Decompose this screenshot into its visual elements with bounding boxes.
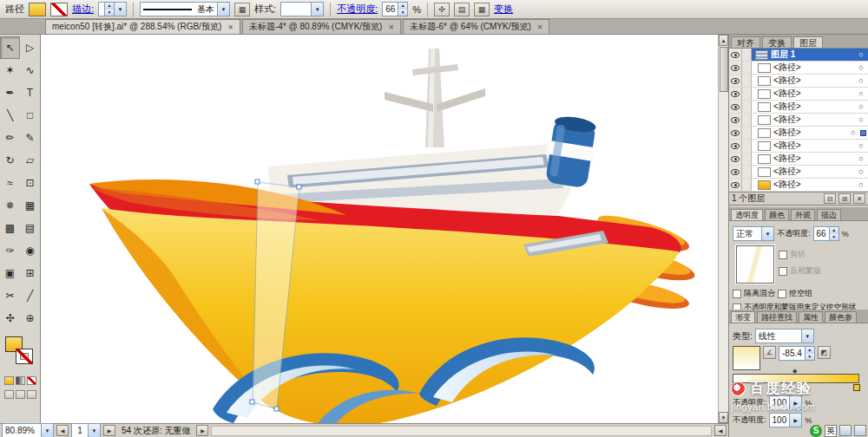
gradient-midpoint-icon[interactable]: ◆ xyxy=(792,368,797,375)
panel-opacity-combo[interactable]: 66 ▲▼ xyxy=(813,226,839,241)
target-icon[interactable]: ○ xyxy=(846,128,860,137)
path-row-selected[interactable]: <路径> ○ xyxy=(729,127,868,140)
path-row[interactable]: <路径> ○ xyxy=(729,62,868,75)
tab-align[interactable]: 对齐 xyxy=(731,36,760,48)
lock-toggle[interactable] xyxy=(742,62,752,74)
tab-pathfinder[interactable]: 路径查找 xyxy=(757,311,797,323)
spinner-up-icon[interactable]: ▲ xyxy=(398,3,407,10)
tab-transform[interactable]: 变换 xyxy=(762,36,792,48)
rectangle-tool[interactable]: □ xyxy=(20,104,40,127)
spinner-up-icon[interactable]: ▲ xyxy=(830,227,838,234)
slice-tool[interactable]: ╱ xyxy=(20,284,40,307)
gradient-stop-right[interactable] xyxy=(853,384,860,391)
blend-mode-combo[interactable]: 正常 ▼ xyxy=(733,226,774,241)
dropdown-icon[interactable]: ▼ xyxy=(114,3,126,16)
hand-tool[interactable]: ✣ xyxy=(0,307,20,329)
visibility-toggle[interactable] xyxy=(729,62,742,74)
spinner-down-icon[interactable]: ▼ xyxy=(806,354,814,361)
path-row[interactable]: <路径> ○ xyxy=(729,140,868,153)
lock-toggle[interactable] xyxy=(742,75,752,87)
stroke-link[interactable]: 描边: xyxy=(72,3,94,16)
document-tab-3[interactable]: 未标题-6* @ 64% (CMYK/预览) ✕ xyxy=(403,19,549,34)
opacity-link[interactable]: 不透明度: xyxy=(337,3,378,16)
new-sublayer-icon[interactable]: ⊟ xyxy=(824,193,836,204)
visibility-toggle[interactable] xyxy=(729,179,742,191)
path-row[interactable]: <路径> ○ xyxy=(729,153,868,166)
path-row[interactable]: <路径> ○ xyxy=(729,179,868,192)
clip-checkbox[interactable] xyxy=(779,251,787,259)
dropdown-icon[interactable]: ▼ xyxy=(311,3,323,16)
warp-tool[interactable]: ≈ xyxy=(0,172,20,194)
target-icon[interactable]: ○ xyxy=(854,180,868,189)
dropdown-icon[interactable]: ▼ xyxy=(217,3,229,16)
zoom-level-combo[interactable]: 80.89% ▼ xyxy=(2,423,54,437)
target-icon[interactable]: ○ xyxy=(854,76,868,85)
style-combo[interactable]: ▼ xyxy=(280,2,324,16)
prev-artboard-icon[interactable]: ◀ xyxy=(56,425,69,436)
reverse-gradient-icon[interactable]: ◩ xyxy=(818,346,831,359)
invert-mask-checkbox[interactable] xyxy=(779,267,787,276)
artboard-canvas[interactable] xyxy=(41,35,718,423)
gradient-fill-swatch[interactable] xyxy=(733,346,760,370)
gradient-angle-spinner[interactable]: ▲▼ xyxy=(805,347,814,360)
isolate-blending-checkbox[interactable] xyxy=(733,290,741,298)
tab-attributes[interactable]: 属性 xyxy=(799,311,823,323)
full-screen-button[interactable] xyxy=(27,390,36,399)
spinner-down-icon[interactable]: ▼ xyxy=(830,234,838,241)
lock-toggle[interactable] xyxy=(742,127,752,139)
sogou-icon[interactable]: S xyxy=(810,425,822,437)
visibility-toggle[interactable] xyxy=(729,114,742,126)
scroll-up-icon[interactable]: ▲ xyxy=(719,35,728,46)
transform-link[interactable]: 变换 xyxy=(494,3,513,16)
panel-opacity-spinner[interactable]: ▲▼ xyxy=(829,227,838,240)
document-tab-1[interactable]: meicon50 [转换].ai* @ 288.54% (RGB/预览) ✕ xyxy=(45,19,240,34)
stop2-opacity-combo[interactable]: 100 ▶ xyxy=(769,413,803,427)
visibility-toggle[interactable] xyxy=(729,153,742,165)
lock-toggle[interactable] xyxy=(742,101,752,113)
fill-color-swatch[interactable] xyxy=(29,3,46,16)
tab-color[interactable]: 颜色 xyxy=(765,209,789,220)
close-icon[interactable]: ✕ xyxy=(227,23,233,31)
scroll-down-icon[interactable]: ▼ xyxy=(719,412,728,423)
keyboard-icon[interactable] xyxy=(839,425,852,436)
visibility-toggle[interactable] xyxy=(729,88,742,100)
scrollbar-thumb[interactable] xyxy=(720,47,728,92)
status-menu-icon[interactable]: ▶ xyxy=(196,425,208,436)
opacity-spinner[interactable]: ▲▼ xyxy=(398,3,407,16)
scroll-left-icon[interactable]: ◀ xyxy=(714,425,727,436)
lasso-tool[interactable]: ∿ xyxy=(20,59,40,82)
target-icon[interactable]: ○ xyxy=(854,154,868,163)
stroke-none-swatch[interactable] xyxy=(50,3,68,16)
magic-wand-tool[interactable]: ✶ xyxy=(0,59,20,82)
visibility-toggle[interactable] xyxy=(729,166,742,178)
horizontal-scrollbar[interactable] xyxy=(211,426,712,436)
dropdown-icon[interactable]: ▼ xyxy=(761,227,773,240)
preferences-icon[interactable]: ▦ xyxy=(474,3,490,16)
dropdown-icon[interactable]: ▼ xyxy=(88,424,100,437)
standard-screen-button[interactable] xyxy=(4,390,14,399)
pencil-tool[interactable]: ✎ xyxy=(20,127,40,149)
live-paint-selection-tool[interactable]: ⊞ xyxy=(20,262,40,284)
free-transform-tool[interactable]: ⊡ xyxy=(20,172,40,194)
stroke-weight-spinner[interactable]: ▲▼ xyxy=(104,3,114,16)
target-icon[interactable]: ○ xyxy=(854,115,868,124)
path-row[interactable]: <路径> ○ xyxy=(729,101,868,114)
none-mode-button[interactable] xyxy=(27,376,36,385)
document-tab-2[interactable]: 未标题-4* @ 80.89% (CMYK/预览) ✕ xyxy=(242,19,401,34)
anchor-point[interactable] xyxy=(274,407,279,411)
lock-toggle[interactable] xyxy=(742,179,752,191)
document-setup-icon[interactable]: ▤ xyxy=(454,3,470,16)
anchor-point[interactable] xyxy=(255,179,260,184)
stroke-proxy-swatch[interactable] xyxy=(16,349,33,364)
lock-toggle[interactable] xyxy=(742,114,752,126)
next-artboard-icon[interactable]: ▶ xyxy=(103,425,115,436)
funnel-shape[interactable] xyxy=(542,114,601,189)
target-icon[interactable]: ○ xyxy=(854,141,868,150)
tab-color-guide[interactable]: 颜色参 xyxy=(825,311,857,323)
delete-layer-icon[interactable]: ✕ xyxy=(853,193,865,204)
spinner-down-icon[interactable]: ▼ xyxy=(398,10,407,16)
spinner-up-icon[interactable]: ▲ xyxy=(105,3,114,10)
paintbrush-tool[interactable]: ✏ xyxy=(0,127,20,149)
graph-tool[interactable]: ▦ xyxy=(20,194,40,217)
visibility-toggle[interactable] xyxy=(729,127,742,139)
